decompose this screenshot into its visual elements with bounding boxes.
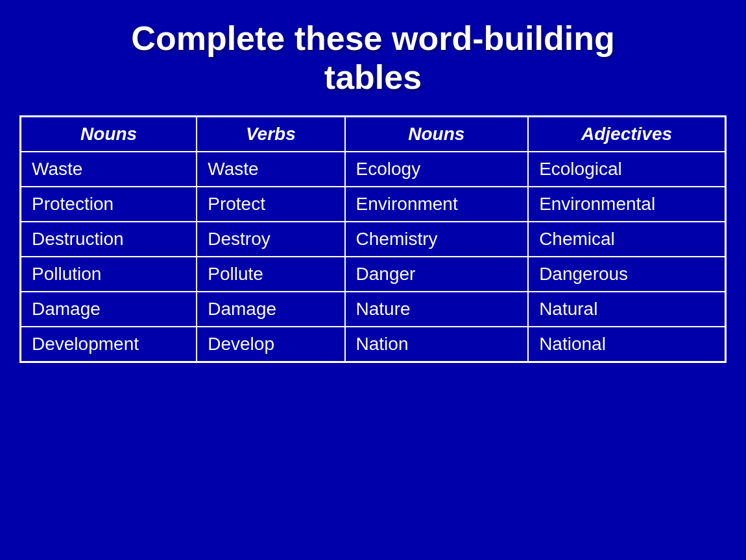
- cell-r3-c2: Danger: [345, 257, 529, 292]
- cell-r2-c0: Destruction: [21, 222, 197, 257]
- table-row: PollutionPolluteDangerDangerous: [21, 257, 726, 292]
- header-nouns-1: Nouns: [21, 116, 197, 152]
- table-row: WasteWasteEcologyEcological: [21, 152, 726, 187]
- cell-r1-c0: Protection: [21, 187, 197, 222]
- word-building-table: Nouns Verbs Nouns Adjectives WasteWasteE…: [19, 115, 727, 363]
- cell-r2-c1: Destroy: [197, 222, 344, 257]
- header-nouns-2: Nouns: [345, 116, 529, 152]
- page-title: Complete these word-building tables: [131, 19, 614, 97]
- header-verbs: Verbs: [197, 116, 344, 152]
- table-row: DestructionDestroyChemistryChemical: [21, 222, 726, 257]
- cell-r4-c1: Damage: [197, 292, 344, 327]
- cell-r0-c2: Ecology: [345, 152, 529, 187]
- table-row: ProtectionProtectEnvironmentEnvironmenta…: [21, 187, 726, 222]
- header-adjectives: Adjectives: [528, 116, 725, 152]
- cell-r1-c1: Protect: [197, 187, 344, 222]
- cell-r0-c1: Waste: [197, 152, 344, 187]
- cell-r4-c3: Natural: [528, 292, 725, 327]
- cell-r2-c3: Chemical: [528, 222, 725, 257]
- cell-r3-c0: Pollution: [21, 257, 197, 292]
- cell-r4-c0: Damage: [21, 292, 197, 327]
- cell-r1-c2: Environment: [345, 187, 529, 222]
- cell-r5-c2: Nation: [345, 327, 529, 362]
- cell-r5-c1: Develop: [197, 327, 344, 362]
- cell-r5-c3: National: [528, 327, 725, 362]
- table-row: DamageDamageNatureNatural: [21, 292, 726, 327]
- cell-r2-c2: Chemistry: [345, 222, 529, 257]
- table-wrapper: Nouns Verbs Nouns Adjectives WasteWasteE…: [19, 115, 727, 363]
- cell-r3-c3: Dangerous: [528, 257, 725, 292]
- table-header-row: Nouns Verbs Nouns Adjectives: [21, 116, 726, 152]
- cell-r0-c3: Ecological: [528, 152, 725, 187]
- cell-r4-c2: Nature: [345, 292, 529, 327]
- cell-r3-c1: Pollute: [197, 257, 344, 292]
- cell-r0-c0: Waste: [21, 152, 197, 187]
- cell-r5-c0: Development: [21, 327, 197, 362]
- cell-r1-c3: Environmental: [528, 187, 725, 222]
- table-row: DevelopmentDevelopNationNational: [21, 327, 726, 362]
